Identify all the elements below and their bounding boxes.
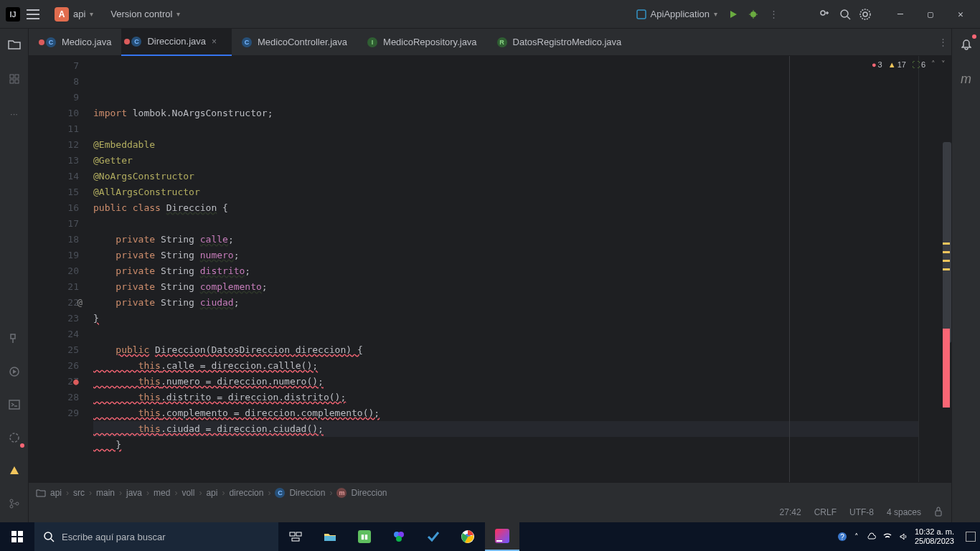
chevron-down-icon: ▾: [714, 10, 717, 18]
editor-tab[interactable]: IMedicoRepository.java: [357, 29, 487, 56]
project-name[interactable]: api: [73, 9, 85, 19]
chevron-right-icon: ›: [199, 488, 202, 498]
notifications-button[interactable]: [958, 36, 975, 53]
taskbar-clock[interactable]: 10:32 a. m. 25/08/2023: [915, 527, 954, 546]
start-button[interactable]: [0, 522, 34, 551]
structure-tool-button[interactable]: [6, 70, 23, 88]
task-view-button[interactable]: [278, 522, 313, 551]
readonly-toggle[interactable]: [934, 507, 943, 519]
settings-button[interactable]: [857, 6, 874, 23]
svg-rect-13: [10, 80, 14, 83]
breadcrumb-item[interactable]: src: [73, 488, 85, 498]
taskbar-search[interactable]: Escribe aquí para buscar: [34, 522, 278, 551]
maven-tool-button[interactable]: m: [958, 70, 975, 88]
right-margin-guide: [789, 56, 790, 482]
warning-count[interactable]: ▲17: [888, 60, 906, 69]
problems-tool-button[interactable]: [6, 462, 23, 479]
maximize-window-button[interactable]: ▢: [917, 3, 944, 26]
chevron-up-icon[interactable]: ˄: [931, 60, 936, 69]
build-tool-button[interactable]: [6, 330, 23, 347]
app-taskbar-3[interactable]: [416, 522, 451, 551]
cloud-tray-icon[interactable]: [866, 532, 876, 542]
svg-rect-0: [637, 10, 646, 19]
breadcrumb-item[interactable]: direccion: [229, 488, 263, 498]
svg-text:?: ?: [840, 533, 844, 541]
tab-label: DatosRegistroMedico.java: [513, 37, 622, 47]
main-menu-button[interactable]: [24, 6, 42, 23]
chevron-right-icon: ›: [268, 488, 270, 498]
tab-label: MedicoRepository.java: [383, 37, 477, 47]
chevron-right-icon: ›: [222, 488, 225, 498]
svg-rect-31: [324, 536, 336, 541]
svg-rect-23: [18, 531, 23, 536]
tray-chevron-up-icon[interactable]: ˄: [854, 532, 859, 542]
chevron-right-icon: ›: [66, 488, 69, 498]
more-tools-button[interactable]: ···: [6, 105, 23, 122]
breadcrumb-item[interactable]: voll: [182, 488, 194, 498]
breadcrumb-item[interactable]: Direccion: [351, 488, 387, 498]
project-tool-button[interactable]: [6, 36, 23, 53]
breadcrumb-item[interactable]: java: [126, 488, 142, 498]
git-tool-button[interactable]: [6, 495, 23, 512]
tabs-more-button[interactable]: ⋮: [934, 34, 951, 51]
editor-tab[interactable]: CMedicoController.java: [232, 29, 357, 56]
chrome-taskbar[interactable]: [451, 522, 485, 551]
svg-rect-28: [290, 532, 295, 536]
breadcrumb-item[interactable]: api: [50, 488, 62, 498]
minimize-window-button[interactable]: ─: [887, 3, 914, 26]
svg-rect-14: [15, 80, 19, 83]
terminal-tool-button[interactable]: [6, 396, 23, 413]
run-config-selector[interactable]: ApiApplication ▾: [632, 9, 722, 19]
breadcrumb-item[interactable]: main: [96, 488, 115, 498]
svg-rect-12: [15, 75, 19, 78]
breadcrumb-item[interactable]: med: [154, 488, 170, 498]
svg-point-6: [821, 11, 825, 15]
code-with-me-button[interactable]: [816, 6, 834, 23]
chevron-right-icon: ›: [146, 488, 149, 498]
titlebar: IJ A api ▾ Version control ▾ ApiApplicat…: [0, 0, 980, 29]
svg-point-34: [396, 536, 402, 542]
app-taskbar-2[interactable]: [382, 522, 416, 551]
indent-settings[interactable]: 4 spaces: [887, 507, 921, 517]
error-count[interactable]: ●3: [872, 60, 882, 69]
volume-tray-icon[interactable]: [899, 532, 908, 541]
action-center-button[interactable]: [966, 532, 976, 542]
line-separator[interactable]: CRLF: [814, 507, 837, 517]
editor-tab[interactable]: CMedico.java: [36, 29, 121, 56]
wifi-tray-icon[interactable]: [883, 532, 892, 541]
chevron-right-icon: ›: [89, 488, 92, 498]
services-tool-button[interactable]: [6, 429, 23, 446]
app-taskbar-1[interactable]: ▮▮: [347, 522, 382, 551]
class-icon: C: [242, 37, 252, 47]
chevron-down-icon[interactable]: ˅: [941, 60, 946, 69]
file-encoding[interactable]: UTF-8: [849, 507, 874, 517]
svg-rect-11: [10, 75, 14, 78]
caret-position[interactable]: 27:42: [780, 507, 801, 517]
help-tray-icon[interactable]: ?: [837, 532, 847, 542]
svg-rect-29: [296, 532, 301, 536]
code-area[interactable]: import lombok.NoArgsConstructor; @Embedd…: [86, 56, 918, 482]
svg-rect-24: [11, 537, 17, 542]
close-window-button[interactable]: ✕: [947, 3, 974, 26]
right-marker-gutter[interactable]: ●3 ▲17 ⛶6 ˄ ˅: [918, 56, 951, 482]
editor[interactable]: 78910111213141516171819202122@2324252627…: [29, 56, 951, 482]
breadcrumb-item[interactable]: api: [206, 488, 217, 498]
search-everywhere-button[interactable]: [837, 6, 854, 23]
breadcrumb-item[interactable]: Direccion: [289, 488, 325, 498]
svg-rect-30: [292, 538, 299, 541]
svg-rect-22: [11, 531, 17, 536]
editor-tab[interactable]: RDatosRegistroMedico.java: [487, 29, 632, 56]
more-actions-button[interactable]: ⋮: [765, 6, 782, 23]
weak-warning-count[interactable]: ⛶6: [912, 60, 925, 69]
version-control-menu[interactable]: Version control: [110, 9, 172, 19]
system-tray[interactable]: ? ˄ 10:32 a. m. 25/08/2023: [837, 527, 980, 546]
debug-button[interactable]: [745, 6, 762, 23]
intellij-taskbar[interactable]: [485, 522, 519, 551]
close-tab-button[interactable]: ×: [212, 37, 222, 47]
run-tool-button[interactable]: [6, 363, 23, 380]
chevron-right-icon: ›: [119, 488, 122, 498]
run-button[interactable]: [725, 6, 742, 23]
file-explorer-taskbar[interactable]: [313, 522, 347, 551]
left-tool-strip: ···: [0, 29, 29, 522]
editor-tab[interactable]: CDireccion.java×: [121, 29, 232, 56]
